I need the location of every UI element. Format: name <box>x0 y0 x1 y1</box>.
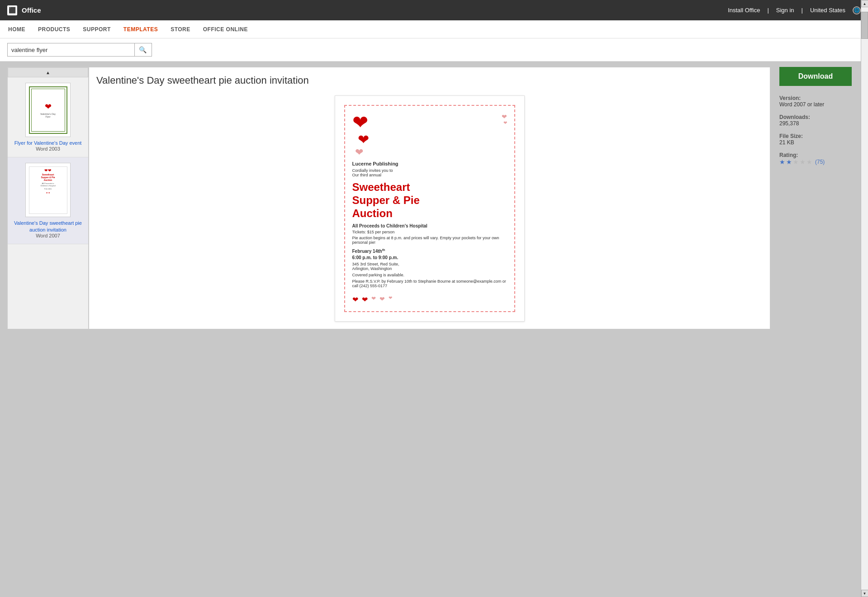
sidebar: ▲ ❤ Valentine's DayFlyer Flyer for Valen… <box>7 67 89 329</box>
heart-small-2: ❤ <box>503 120 507 125</box>
star-5: ★ <box>806 158 812 166</box>
top-bar: ⬛ Office Install Office | Sign in | Unit… <box>0 0 868 20</box>
nav-support[interactable]: SUPPORT <box>82 20 112 38</box>
star-3: ★ <box>793 158 799 166</box>
doc-date: February 14thth <box>352 248 507 254</box>
rating-stars: ★ ★ ★ ★ ★ (75) <box>779 158 861 166</box>
rating-label: Rating: <box>779 152 861 158</box>
sidebar-item-2-label: Valentine's Day sweetheart pie auction i… <box>11 220 85 233</box>
globe-icon[interactable]: 🌐 <box>853 6 861 14</box>
star-2: ★ <box>786 158 792 166</box>
scrollbar-track <box>861 7 868 335</box>
sidebar-item-1-sublabel: Word 2003 <box>11 146 85 152</box>
thumb-1: ❤ Valentine's DayFlyer <box>25 83 71 137</box>
install-office-link[interactable]: Install Office <box>728 7 760 14</box>
search-bar: 🔍 <box>0 38 868 62</box>
doc-rsvp: Please R.S.V.P. by February 10th to Step… <box>352 279 507 288</box>
star-4: ★ <box>800 158 806 166</box>
doc-third-annual: Our third annual <box>352 173 507 177</box>
sidebar-item-2-sublabel: Word 2007 <box>11 233 85 238</box>
version-row: Version: Word 2007 or later <box>779 95 861 108</box>
divider: | <box>767 7 768 14</box>
scrollbar-thumb[interactable] <box>861 12 868 39</box>
scrollbar-up-btn[interactable]: ▲ <box>861 0 868 7</box>
filesize-row: File Size: 21 KB <box>779 133 861 146</box>
star-1: ★ <box>779 158 785 166</box>
heart-pink-1: ❤ <box>355 147 369 157</box>
doc-tickets: Tickets: $15 per person <box>352 230 507 234</box>
heart-large-1: ❤ <box>352 113 369 132</box>
version-value: Word 2007 or later <box>779 101 861 108</box>
heart-medium-1: ❤ <box>358 133 369 147</box>
nav-home[interactable]: HOME <box>7 20 26 38</box>
logo-area: ⬛ Office <box>7 5 41 15</box>
hearts-left: ❤ ❤ ❤ <box>352 113 369 157</box>
nav-products[interactable]: PRODUCTS <box>37 20 71 38</box>
downloads-label: Downloads: <box>779 114 861 120</box>
search-button[interactable]: 🔍 <box>134 43 151 56</box>
doc-cordially: Cordially invites you to <box>352 168 507 173</box>
rating-row: Rating: ★ ★ ★ ★ ★ (75) <box>779 152 861 166</box>
thumb-2: ❤❤ SweetheartSupper & PieAuction All Pro… <box>25 163 71 217</box>
search-container: 🔍 <box>7 43 152 57</box>
preview-document: ❤ ❤ ❤ ❤ ❤ Lucerne Publishing Cordially i… <box>335 95 525 322</box>
sidebar-item-2[interactable]: ❤❤ SweetheartSupper & PieAuction All Pro… <box>8 157 88 244</box>
nav-store[interactable]: STORE <box>170 20 191 38</box>
doc-main-title: Sweetheart Supper & Pie Auction <box>352 181 507 220</box>
rating-count[interactable]: (75) <box>815 159 825 165</box>
downloads-row: Downloads: 295,378 <box>779 114 861 127</box>
window-scrollbar[interactable]: ▲ ▼ <box>861 0 868 335</box>
nav-bar: HOME PRODUCTS SUPPORT TEMPLATES STORE OF… <box>0 20 868 38</box>
heart-bottom-3: ❤ <box>371 295 376 304</box>
doc-pie-info: Pie auction begins at 8 p.m. and prices … <box>352 236 507 245</box>
doc-border: ❤ ❤ ❤ ❤ ❤ Lucerne Publishing Cordially i… <box>344 105 515 312</box>
divider2: | <box>802 7 803 14</box>
sidebar-item-1[interactable]: ❤ Valentine's DayFlyer Flyer for Valenti… <box>8 77 88 157</box>
doc-top-hearts: ❤ ❤ ❤ ❤ ❤ <box>352 113 507 157</box>
download-button[interactable]: Download <box>779 67 852 86</box>
preview-area: Valentine's Day sweetheart pie auction i… <box>89 67 770 329</box>
doc-address: 345 3rd Street, Red Suite, Arlington, Wa… <box>352 262 507 271</box>
preview-title: Valentine's Day sweetheart pie auction i… <box>96 75 763 86</box>
filesize-label: File Size: <box>779 133 861 139</box>
version-label: Version: <box>779 95 861 101</box>
office-label: Office <box>22 6 41 14</box>
heart-bottom-4: ❤ <box>379 295 385 304</box>
doc-time: 6:00 p.m. to 9:00 p.m. <box>352 255 507 260</box>
heart-bottom-5: ❤ <box>389 295 392 304</box>
downloads-value: 295,378 <box>779 120 861 127</box>
country-label: United States <box>810 7 845 14</box>
heart-bottom-2: ❤ <box>362 295 368 304</box>
heart-bottom-1: ❤ <box>352 295 358 304</box>
office-icon: ⬛ <box>7 5 17 15</box>
nav-office-online[interactable]: OFFICE ONLINE <box>202 20 249 38</box>
search-input[interactable] <box>8 45 134 55</box>
doc-proceeds: All Proceeds to Children's Hospital <box>352 223 507 228</box>
sidebar-scroll-up[interactable]: ▲ <box>8 67 88 77</box>
main-content: ▲ ❤ Valentine's DayFlyer Flyer for Valen… <box>0 62 868 335</box>
filesize-value: 21 KB <box>779 139 861 146</box>
top-bar-right: Install Office | Sign in | United States… <box>728 6 861 14</box>
doc-publisher: Lucerne Publishing <box>352 161 507 166</box>
heart-small-1: ❤ <box>502 113 507 120</box>
sign-in-link[interactable]: Sign in <box>776 7 794 14</box>
doc-bottom-hearts: ❤ ❤ ❤ ❤ ❤ <box>352 295 507 304</box>
sidebar-item-1-label: Flyer for Valentine's Day event <box>11 140 85 146</box>
info-panel: Download Version: Word 2007 or later Dow… <box>770 67 861 329</box>
hearts-right: ❤ ❤ <box>502 113 507 125</box>
doc-parking: Covered parking is available. <box>352 273 507 277</box>
nav-templates[interactable]: TEMPLATES <box>123 20 159 38</box>
